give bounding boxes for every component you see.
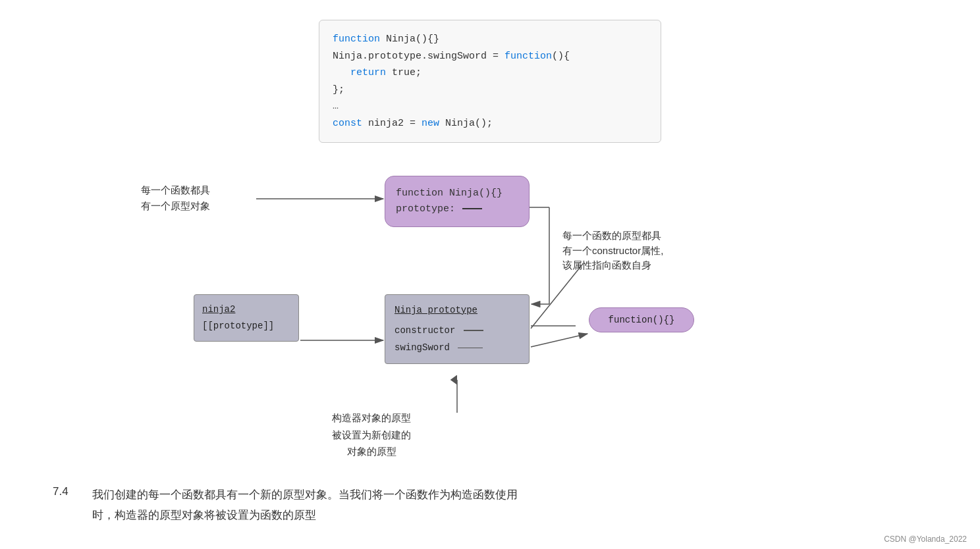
section-body: 我们创建的每一个函数都具有一个新的原型对象。当我们将一个函数作为构造函数使用 时… [92, 485, 518, 525]
section-74: 7.4 我们创建的每一个函数都具有一个新的原型对象。当我们将一个函数作为构造函数… [26, 479, 954, 525]
prototype-title: Ninja prototype [395, 301, 520, 319]
prototype-swingsword: swingSword [395, 339, 520, 357]
diagram-area: 每一个函数都具 有一个原型对象 function Ninja(){} proto… [128, 163, 852, 465]
svg-line-9 [531, 334, 587, 347]
code-line-3: return true; [333, 65, 647, 82]
svg-line-11 [531, 265, 582, 328]
code-line-5: … [333, 98, 647, 115]
code-line-4: }; [333, 82, 647, 99]
footer: CSDN @Yolanda_2022 [884, 535, 967, 544]
box-fn-pill: function(){} [589, 307, 694, 332]
label-every-fn: 每一个函数都具 有一个原型对象 [141, 182, 210, 214]
page-container: function Ninja(){} Ninja.prototype.swing… [0, 0, 980, 549]
code-block: function Ninja(){} Ninja.prototype.swing… [319, 20, 661, 143]
code-line-1: function Ninja(){} [333, 31, 647, 48]
section-number: 7.4 [53, 485, 79, 498]
box-ninja-fn-line2: prototype: [396, 201, 518, 217]
fn-pill-text: function(){} [609, 315, 675, 325]
box-ninja-fn: function Ninja(){} prototype: [385, 176, 530, 227]
code-line-6: const ninja2 = new Ninja(); [333, 115, 647, 132]
label-constructor: 每一个函数的原型都具 有一个constructor属性, 该属性指向函数自身 [562, 228, 663, 273]
ninja2-prop: [[prototype]] [202, 318, 290, 334]
box-ninja-fn-line1: function Ninja(){} [396, 186, 518, 201]
box-ninja-prototype: Ninja prototype constructor swingSword [385, 294, 530, 364]
ninja2-title: ninja2 [202, 301, 290, 318]
box-ninja2: ninja2 [[prototype]] [194, 294, 299, 342]
prototype-constructor: constructor [395, 322, 520, 340]
label-bottom: 构造器对象的原型 被设置为新创建的 对象的原型 [332, 409, 411, 460]
code-line-2: Ninja.prototype.swingSword = function(){ [333, 48, 647, 65]
